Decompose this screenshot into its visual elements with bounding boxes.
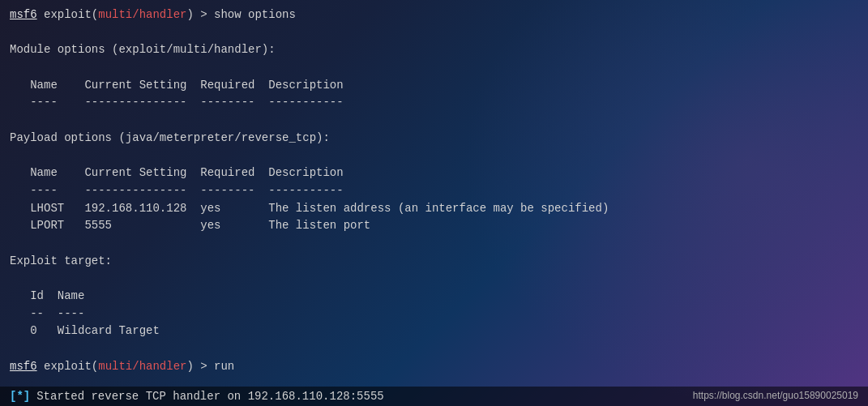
module-name-2: multi/handler	[98, 360, 186, 373]
module-col-sep: ---- --------------- -------- ----------…	[10, 94, 858, 112]
lhost-row: LHOST 192.168.110.128 yes The listen add…	[10, 200, 858, 218]
payload-col-header: Name Current Setting Required Descriptio…	[10, 165, 858, 182]
line-run: msf6 exploit(multi/handler) > run	[10, 358, 858, 376]
line-1: msf6 exploit(multi/handler) > show optio…	[10, 6, 858, 24]
target-col-header: Id Name	[10, 288, 858, 306]
prompt-text-2: exploit(	[37, 360, 99, 373]
target-row-0: 0 Wildcard Target	[10, 323, 858, 340]
blank-2	[10, 59, 858, 77]
blank-5	[10, 235, 858, 253]
watermark: https://blog.csdn.net/guo15890025019	[693, 390, 858, 401]
module-options-header: Module options (exploit/multi/handler):	[10, 41, 858, 59]
lport-row: LPORT 5555 yes The listen port	[10, 217, 858, 235]
exploit-target-header: Exploit target:	[10, 253, 858, 271]
payload-options-header: Payload options (java/meterpreter/revers…	[10, 130, 858, 147]
module-name-1: multi/handler	[98, 8, 186, 21]
msf-prompt-2: msf6	[10, 360, 37, 373]
blank-7	[10, 340, 858, 358]
prompt-text-1: exploit(	[37, 8, 99, 21]
module-col-header: Name Current Setting Required Descriptio…	[10, 77, 858, 95]
target-col-sep: -- ----	[10, 306, 858, 323]
msf-prompt-1: msf6	[10, 8, 37, 21]
payload-col-sep: ---- --------------- -------- ----------…	[10, 182, 858, 200]
blank-3	[10, 112, 858, 130]
blank-4	[10, 147, 858, 165]
blank-1	[10, 24, 858, 42]
terminal-window: msf6 exploit(multi/handler) > show optio…	[0, 0, 868, 406]
prompt-text-1b: ) > show options	[186, 8, 295, 21]
blank-6	[10, 270, 858, 288]
prompt-text-2b: ) > run	[186, 360, 234, 373]
